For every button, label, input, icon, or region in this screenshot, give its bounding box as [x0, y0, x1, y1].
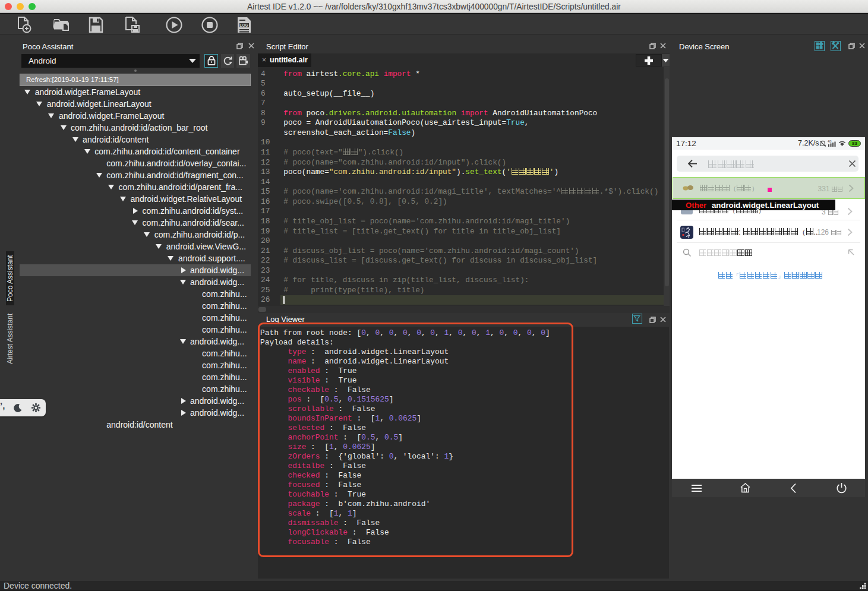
svg-text:LOG: LOG [240, 23, 248, 27]
svg-text:4G: 4G [828, 140, 832, 143]
